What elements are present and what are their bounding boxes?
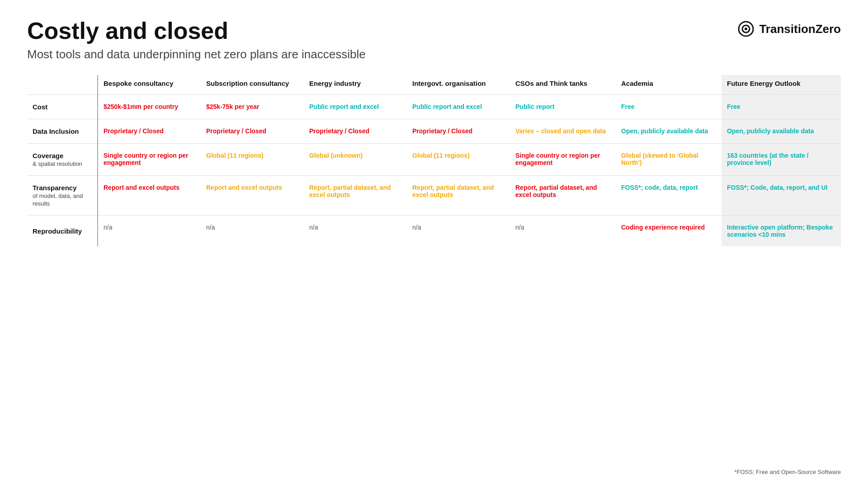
- table-row: Data InclusionProprietary / ClosedPropri…: [27, 119, 841, 144]
- cell-intergovt: n/a: [407, 216, 510, 247]
- cell-academia: Coding experience required: [616, 216, 722, 247]
- col-header-intergovt: Intergovt. organisation: [407, 75, 510, 95]
- page-container: Costly and closed Most tools and data un…: [0, 0, 868, 488]
- comparison-table: Bespoke consultancy Subscription consult…: [27, 75, 841, 246]
- cell-value: Report and excel outputs: [104, 184, 179, 191]
- logo-text: TransitionZero: [759, 22, 841, 36]
- cell-cso: n/a: [510, 216, 616, 247]
- logo-block: TransitionZero: [737, 20, 841, 38]
- cell-value: n/a: [515, 224, 524, 231]
- cell-value: n/a: [309, 224, 318, 231]
- cell-value: Coding experience required: [621, 224, 705, 231]
- cell-value: n/a: [104, 224, 112, 231]
- cell-academia: Global (skewed to 'Global North'): [616, 144, 722, 176]
- cell-bespoke: Single country or region per engagement: [98, 144, 201, 176]
- cell-value: Free: [621, 103, 635, 110]
- row-label: Transparency: [33, 184, 77, 192]
- row-label-cell: Cost: [27, 95, 98, 119]
- table-row: Coverage& spatial resolutionSingle count…: [27, 144, 841, 176]
- footnote: *FOSS: Free and Open-Source Software: [734, 469, 841, 475]
- cell-value: FOSS*; code, data, report: [621, 184, 698, 191]
- cell-bespoke: $250k-$1mm per country: [98, 95, 201, 119]
- row-label: Reproducibility: [33, 227, 82, 235]
- cell-value: Interactive open platform; Bespoke scena…: [727, 224, 833, 238]
- col-header-academia: Academia: [616, 75, 722, 95]
- cell-bespoke: Proprietary / Closed: [98, 119, 201, 144]
- cell-value: Global (11 regions): [412, 152, 470, 159]
- cell-value: Report and excel outputs: [206, 184, 282, 191]
- cell-intergovt: Proprietary / Closed: [407, 119, 510, 144]
- col-header-subscription: Subscription consultancy: [201, 75, 304, 95]
- cell-subscription: $25k-75k per year: [201, 95, 304, 119]
- cell-value: n/a: [206, 224, 215, 231]
- cell-value: Public report: [515, 103, 554, 110]
- cell-value: Report, partial dataset, and excel outpu…: [309, 184, 391, 198]
- row-label-cell: Coverage& spatial resolution: [27, 144, 98, 176]
- row-label: Coverage: [33, 152, 63, 160]
- cell-energy: Global (unknown): [304, 144, 407, 176]
- cell-bespoke: Report and excel outputs: [98, 176, 201, 216]
- cell-value: Free: [727, 103, 741, 110]
- cell-value: Global (11 regions): [206, 152, 264, 159]
- cell-value: Varies – closed and open data: [515, 127, 606, 135]
- table-header-row: Bespoke consultancy Subscription consult…: [27, 75, 841, 95]
- cell-value: $25k-75k per year: [206, 103, 259, 110]
- subtitle: Most tools and data underpinning net zer…: [27, 47, 366, 61]
- row-label-sub: & spatial resolution: [33, 160, 82, 167]
- cell-bespoke: n/a: [98, 216, 201, 247]
- col-header-energy: Energy industry: [304, 75, 407, 95]
- row-label-cell: Reproducibility: [27, 216, 98, 247]
- cell-value: Global (unknown): [309, 152, 363, 159]
- cell-value: Proprietary / Closed: [309, 127, 369, 135]
- cell-value: Proprietary / Closed: [412, 127, 472, 135]
- cell-cso: Public report: [510, 95, 616, 119]
- cell-energy: n/a: [304, 216, 407, 247]
- cell-intergovt: Report, partial dataset, and excel outpu…: [407, 176, 510, 216]
- title-block: Costly and closed Most tools and data un…: [27, 18, 366, 61]
- cell-subscription: Proprietary / Closed: [201, 119, 304, 144]
- cell-value: Open, publicly available data: [727, 127, 814, 135]
- cell-future: Open, publicly available data: [722, 119, 841, 144]
- cell-value: 163 countries (at the state / province l…: [727, 152, 809, 166]
- svg-point-2: [745, 28, 747, 30]
- cell-value: Report, partial dataset, and excel outpu…: [412, 184, 494, 198]
- cell-academia: Free: [616, 95, 722, 119]
- col-header-bespoke: Bespoke consultancy: [98, 75, 201, 95]
- cell-value: Global (skewed to 'Global North'): [621, 152, 698, 166]
- cell-subscription: Report and excel outputs: [201, 176, 304, 216]
- cell-academia: FOSS*; code, data, report: [616, 176, 722, 216]
- col-header-cso: CSOs and Think tanks: [510, 75, 616, 95]
- cell-value: FOSS*; Code, data, report, and UI: [727, 184, 827, 191]
- cell-future: FOSS*; Code, data, report, and UI: [722, 176, 841, 216]
- header-section: Costly and closed Most tools and data un…: [27, 18, 841, 61]
- cell-value: $250k-$1mm per country: [104, 103, 178, 110]
- row-label: Data Inclusion: [33, 127, 79, 135]
- cell-value: Proprietary / Closed: [104, 127, 164, 135]
- cell-energy: Report, partial dataset, and excel outpu…: [304, 176, 407, 216]
- cell-value: n/a: [412, 224, 421, 231]
- cell-academia: Open, publicly available data: [616, 119, 722, 144]
- cell-energy: Public report and excel: [304, 95, 407, 119]
- cell-value: Public report and excel: [412, 103, 482, 110]
- col-header-label: [27, 75, 98, 95]
- cell-cso: Report, partial dataset, and excel outpu…: [510, 176, 616, 216]
- table-row: Reproducibilityn/an/an/an/an/aCoding exp…: [27, 216, 841, 247]
- cell-subscription: n/a: [201, 216, 304, 247]
- row-label-cell: Data Inclusion: [27, 119, 98, 144]
- cell-cso: Single country or region per engagement: [510, 144, 616, 176]
- col-header-future: Future Energy Outlook: [722, 75, 841, 95]
- cell-subscription: Global (11 regions): [201, 144, 304, 176]
- table-row: Transparencyof model, data, and resultsR…: [27, 176, 841, 216]
- cell-energy: Proprietary / Closed: [304, 119, 407, 144]
- cell-future: Interactive open platform; Bespoke scena…: [722, 216, 841, 247]
- cell-value: Open, publicly available data: [621, 127, 708, 135]
- cell-value: Report, partial dataset, and excel outpu…: [515, 184, 597, 198]
- table-section: Bespoke consultancy Subscription consult…: [27, 75, 841, 246]
- cell-value: Proprietary / Closed: [206, 127, 266, 135]
- table-row: Cost$250k-$1mm per country$25k-75k per y…: [27, 95, 841, 119]
- cell-intergovt: Global (11 regions): [407, 144, 510, 176]
- main-title: Costly and closed: [27, 18, 366, 44]
- cell-value: Public report and excel: [309, 103, 379, 110]
- cell-future: 163 countries (at the state / province l…: [722, 144, 841, 176]
- cell-future: Free: [722, 95, 841, 119]
